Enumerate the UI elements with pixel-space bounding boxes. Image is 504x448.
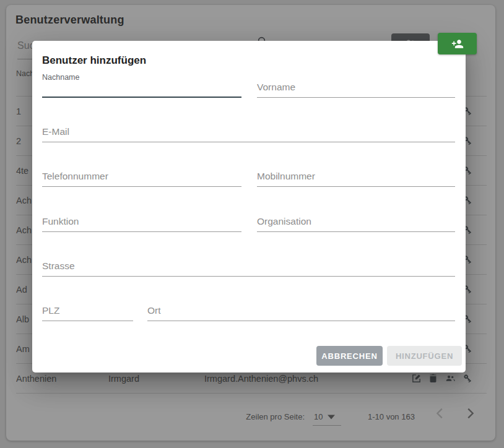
- person-add-icon: [451, 38, 464, 50]
- submit-button[interactable]: HINZUFÜGEN: [387, 346, 462, 366]
- add-user-dialog: Benutzer hinzufügen Nachname ABBRECHEN H…: [32, 41, 466, 373]
- mobilnummer-input[interactable]: [257, 166, 455, 187]
- plz-input[interactable]: [42, 300, 133, 321]
- add-user-button[interactable]: [438, 33, 477, 54]
- vorname-input[interactable]: [257, 77, 455, 98]
- email-input[interactable]: [42, 121, 455, 142]
- organisation-input[interactable]: [257, 211, 455, 232]
- cancel-button[interactable]: ABBRECHEN: [316, 346, 383, 366]
- strasse-input[interactable]: [42, 256, 455, 277]
- nachname-input[interactable]: [42, 80, 241, 98]
- funktion-input[interactable]: [42, 211, 241, 232]
- dialog-title: Benutzer hinzufügen: [42, 54, 146, 67]
- ort-input[interactable]: [147, 300, 455, 321]
- telefonnummer-input[interactable]: [42, 166, 241, 187]
